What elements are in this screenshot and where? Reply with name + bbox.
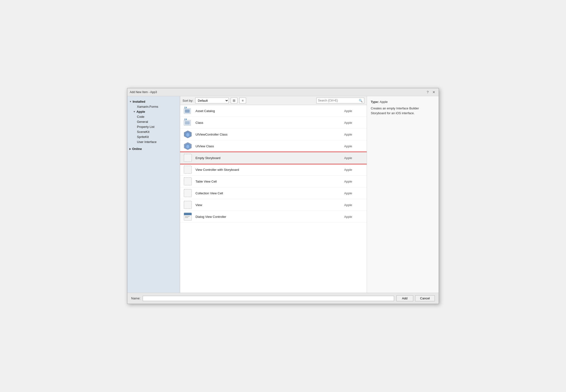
search-wrapper: 🔍: [316, 98, 364, 103]
svg-text:C#: C#: [184, 107, 187, 109]
sidebar-item-general-label: General: [137, 120, 148, 124]
table-row[interactable]: Collection View Cell Apple: [180, 187, 367, 199]
sidebar-item-property-list-label: Property List: [137, 125, 154, 129]
title-bar-controls: ? ✕: [426, 90, 436, 95]
svg-rect-19: [184, 215, 192, 215]
item-name-asset-catalog: Asset Catalog: [195, 109, 341, 113]
grid-view-button[interactable]: ⊞: [231, 98, 237, 103]
item-icon-uivc: [183, 130, 192, 139]
item-icon-class: C#: [183, 118, 192, 127]
list-view-button[interactable]: ≡: [239, 98, 246, 103]
sidebar-item-spritekit[interactable]: SpriteKit: [127, 134, 180, 139]
item-name-empty-storyboard: Empty Storyboard: [195, 156, 341, 160]
svg-rect-16: [184, 201, 192, 209]
sidebar-installed-section: ▼ Installed Xamarin.Forms ▼ Apple Code G…: [127, 98, 180, 145]
add-new-item-dialog: Add New Item - App3 ? ✕ ▼ Installed Xama…: [127, 88, 439, 304]
table-row[interactable]: View Controller with Storyboard Apple: [180, 164, 367, 176]
close-button[interactable]: ✕: [431, 90, 436, 95]
add-button[interactable]: Add: [396, 295, 413, 301]
item-name-collection-cell: Collection View Cell: [195, 191, 341, 195]
svg-text:C#: C#: [184, 118, 187, 121]
sidebar-item-property-list[interactable]: Property List: [127, 124, 180, 129]
item-category-view: Apple: [344, 203, 363, 207]
type-label: Type:: [371, 100, 380, 104]
svg-rect-13: [184, 166, 192, 173]
item-name-dialog-vc: Dialog View Controller: [195, 215, 341, 219]
help-button[interactable]: ?: [426, 90, 429, 95]
table-row[interactable]: UIViewController Class Apple: [180, 129, 367, 140]
right-panel: Type: Apple Creates an empty Interface B…: [367, 96, 439, 293]
sidebar-item-online[interactable]: ▶ Online: [127, 146, 180, 151]
item-category-class: Apple: [344, 121, 363, 125]
item-icon-view: [183, 201, 192, 209]
svg-rect-20: [185, 216, 190, 217]
item-icon-dialog-vc: [183, 212, 192, 221]
title-bar: Add New Item - App3 ? ✕: [127, 88, 439, 96]
dialog-title: Add New Item - App3: [130, 90, 157, 94]
svg-rect-5: [185, 121, 190, 125]
item-category-table-cell: Apple: [344, 180, 363, 183]
table-row[interactable]: C# Class Apple: [180, 117, 367, 129]
table-row[interactable]: View Apple: [180, 199, 367, 211]
sidebar-item-apple[interactable]: ▼ Apple: [127, 109, 180, 114]
item-category-uivc: Apple: [344, 133, 363, 136]
svg-rect-2: [185, 109, 190, 113]
sidebar-item-xamarin[interactable]: Xamarin.Forms: [127, 104, 180, 109]
type-value: Apple: [380, 100, 387, 104]
sidebar-item-spritekit-label: SpriteKit: [137, 135, 149, 139]
table-row[interactable]: Empty Storyboard Apple: [180, 152, 367, 164]
item-icon-empty-storyboard: [183, 154, 192, 162]
item-name-uivc: UIViewController Class: [195, 133, 341, 136]
sidebar-item-online-label: Online: [132, 147, 142, 151]
item-category-empty-storyboard: Apple: [344, 156, 363, 160]
item-icon-vc-storyboard: [183, 165, 192, 174]
svg-rect-15: [184, 189, 192, 197]
svg-rect-14: [184, 178, 192, 185]
sidebar-item-user-interface[interactable]: User Interface: [127, 139, 180, 144]
item-category-uiview: Apple: [344, 144, 363, 148]
item-category-asset-catalog: Apple: [344, 109, 363, 113]
sort-label: Sort by:: [182, 99, 193, 102]
svg-rect-12: [184, 154, 192, 162]
sidebar-item-user-interface-label: User Interface: [137, 140, 157, 144]
cancel-button[interactable]: Cancel: [415, 295, 435, 301]
sidebar-item-installed[interactable]: ▼ Installed: [127, 99, 180, 104]
sidebar-online-section: ▶ Online: [127, 145, 180, 152]
sort-select[interactable]: Default: [195, 98, 229, 103]
table-row[interactable]: Dialog View Controller Apple: [180, 211, 367, 223]
type-info: Type: Apple: [371, 100, 435, 104]
item-name-view: View: [195, 203, 341, 207]
item-icon-table-cell: [183, 177, 192, 186]
sidebar-item-scenekit[interactable]: SceneKit: [127, 129, 180, 134]
table-row[interactable]: UIView Class Apple: [180, 140, 367, 152]
item-icon-uiview: [183, 142, 192, 150]
item-icon-asset-catalog: C#: [183, 107, 192, 115]
search-icon: 🔍: [359, 99, 363, 102]
sidebar-item-scenekit-label: SceneKit: [137, 130, 149, 134]
bottom-buttons: Add Cancel: [396, 295, 435, 301]
item-category-collection-cell: Apple: [344, 191, 363, 195]
sidebar: ▼ Installed Xamarin.Forms ▼ Apple Code G…: [127, 96, 180, 293]
name-input[interactable]: [143, 296, 394, 301]
item-category-dialog-vc: Apple: [344, 215, 363, 219]
svg-rect-21: [185, 217, 188, 218]
table-row[interactable]: C# Asset Catalog Apple: [180, 105, 367, 117]
main-area: Sort by: Default ⊞ ≡ 🔍: [180, 96, 367, 293]
dialog-body: ▼ Installed Xamarin.Forms ▼ Apple Code G…: [127, 96, 439, 293]
item-name-class: Class: [195, 121, 341, 125]
items-list: C# Asset Catalog Apple C#: [180, 105, 367, 293]
item-category-vc-storyboard: Apple: [344, 168, 363, 171]
bottom-bar: Name: Add Cancel: [127, 293, 439, 304]
triangle-installed: ▼: [129, 100, 132, 103]
sidebar-item-code[interactable]: Code: [127, 114, 180, 119]
toolbar: Sort by: Default ⊞ ≡ 🔍: [180, 96, 367, 105]
item-name-table-cell: Table View Cell: [195, 180, 341, 183]
sidebar-item-apple-label: Apple: [137, 110, 145, 113]
type-description: Creates an empty Interface Builder Story…: [371, 106, 435, 115]
sidebar-item-general[interactable]: General: [127, 119, 180, 124]
name-label: Name:: [131, 296, 140, 300]
triangle-apple: ▼: [133, 110, 136, 113]
search-input[interactable]: [318, 99, 359, 102]
table-row[interactable]: Table View Cell Apple: [180, 176, 367, 187]
sidebar-item-installed-label: Installed: [133, 100, 145, 103]
